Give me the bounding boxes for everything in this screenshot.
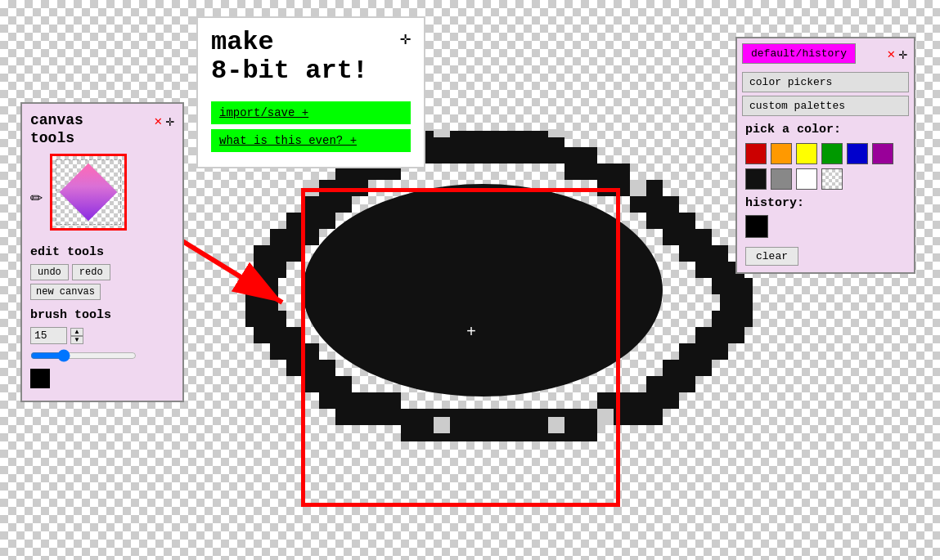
- color-swatches-row-1: [745, 143, 906, 164]
- tab-custom-palettes[interactable]: custom palettes: [742, 96, 909, 116]
- svg-rect-47: [319, 180, 352, 213]
- svg-rect-53: [548, 129, 564, 137]
- brush-tools-label: brush tools: [30, 308, 174, 322]
- color-swatches-row-2: [745, 168, 906, 190]
- swatch-gray[interactable]: [771, 168, 792, 190]
- svg-rect-54: [303, 180, 319, 196]
- swatch-yellow[interactable]: [796, 143, 817, 164]
- tab-default-history[interactable]: default/history: [742, 43, 856, 64]
- color-panel: default/history ✕ ✛ color pickers custom…: [735, 37, 915, 274]
- canvas-preview-box[interactable]: [50, 154, 127, 231]
- brush-slider-container: [30, 349, 174, 369]
- canvas-preview-diamond: [59, 164, 117, 222]
- new-canvas-button[interactable]: new canvas: [30, 284, 101, 300]
- swatch-white[interactable]: [796, 168, 817, 190]
- svg-rect-49: [434, 417, 450, 433]
- intro-panel: make 8-bit art! ✛ import/save + what is …: [196, 16, 425, 168]
- svg-rect-34: [368, 392, 401, 425]
- svg-rect-8: [466, 131, 499, 164]
- brush-color-swatch[interactable]: [30, 369, 50, 388]
- brush-size-stepper: ▲ ▼: [70, 328, 83, 344]
- panel-controls: ✕ ✛: [155, 112, 174, 130]
- brush-size-slider[interactable]: [30, 349, 137, 362]
- swatch-purple[interactable]: [872, 143, 893, 164]
- canvas-preview-container: ✏️: [30, 154, 174, 239]
- canvas-tools-header: canvas tools ✕ ✛: [30, 112, 174, 147]
- what-is-this-button[interactable]: what is this even? +: [211, 129, 411, 152]
- clear-history-button[interactable]: clear: [745, 247, 798, 266]
- color-panel-tab-buttons: color pickers custom palettes: [737, 67, 914, 116]
- history-swatch-black[interactable]: [745, 215, 768, 238]
- swatch-red[interactable]: [745, 143, 767, 164]
- svg-rect-50: [548, 417, 564, 433]
- canvas-preview-inner: [56, 159, 121, 225]
- history-label: history:: [745, 196, 906, 210]
- move-icon[interactable]: ✛: [165, 112, 174, 130]
- color-panel-body: pick a color: history: clear: [737, 116, 914, 272]
- canvas-tools-panel: canvas tools ✕ ✛ ✏️ edit tools undo redo…: [20, 102, 184, 402]
- redo-button[interactable]: redo: [72, 264, 110, 280]
- svg-rect-12: [597, 164, 630, 196]
- edit-tools-row: undo redo: [30, 264, 174, 280]
- intro-title: make 8-bit art!: [211, 28, 368, 85]
- swatch-transparent[interactable]: [821, 168, 843, 190]
- pencil-icon: ✏️: [30, 183, 43, 209]
- svg-rect-33: [401, 409, 434, 441]
- svg-rect-31: [466, 409, 499, 441]
- undo-button[interactable]: undo: [30, 264, 69, 280]
- svg-rect-42: [245, 278, 278, 311]
- brush-size-up-button[interactable]: ▲: [70, 328, 83, 336]
- brush-size-row: ▲ ▼: [30, 327, 174, 344]
- svg-rect-30: [499, 409, 532, 441]
- brush-tools-section: brush tools ▲ ▼: [30, 308, 174, 392]
- svg-rect-11: [564, 147, 597, 180]
- import-save-button[interactable]: import/save +: [211, 101, 411, 124]
- pick-color-label: pick a color:: [745, 123, 906, 137]
- svg-point-48: [303, 184, 663, 396]
- close-icon[interactable]: ✕: [155, 113, 163, 129]
- color-panel-close-icon[interactable]: ✕: [888, 46, 896, 62]
- new-canvas-row: new canvas: [30, 284, 174, 300]
- color-panel-header: default/history ✕ ✛: [737, 38, 914, 67]
- brush-size-down-button[interactable]: ▼: [70, 336, 83, 344]
- tab-color-pickers[interactable]: color pickers: [742, 72, 909, 92]
- color-panel-move-icon[interactable]: ✛: [898, 45, 907, 63]
- intro-move-icon[interactable]: ✛: [400, 28, 411, 50]
- intro-panel-header: make 8-bit art! ✛: [211, 28, 411, 95]
- swatch-orange[interactable]: [771, 143, 792, 164]
- swatch-blue[interactable]: [847, 143, 868, 164]
- swatch-black[interactable]: [745, 168, 767, 190]
- canvas-tools-title: canvas tools: [30, 112, 83, 147]
- edit-tools-label: edit tools: [30, 245, 174, 259]
- svg-rect-26: [630, 392, 663, 425]
- svg-rect-28: [564, 409, 597, 441]
- brush-size-input[interactable]: [30, 327, 67, 344]
- svg-rect-52: [434, 129, 450, 137]
- svg-rect-9: [499, 131, 532, 164]
- swatch-green[interactable]: [821, 143, 843, 164]
- svg-rect-55: [630, 180, 646, 196]
- svg-rect-51: [597, 409, 614, 425]
